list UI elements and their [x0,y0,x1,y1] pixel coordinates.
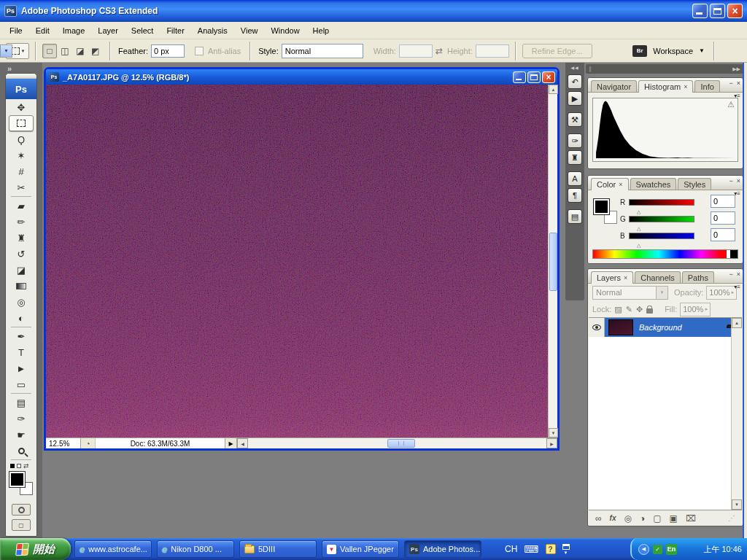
tab-channels[interactable]: Channels [635,271,680,283]
panel-close-button[interactable]: × [737,79,740,87]
panel-minimize-button[interactable]: − [729,79,732,87]
selection-mode-add-button[interactable]: ◫ [58,44,72,58]
foreground-color-swatch[interactable] [9,472,25,487]
menu-edit[interactable]: Edit [29,24,56,37]
taskbar-item-nikon[interactable]: e Nikon D800 ... [157,540,234,558]
history-brush-tool[interactable]: ↺ [6,246,36,262]
swap-dimensions-icon[interactable]: ⇄ [436,46,443,56]
eyedropper-tool[interactable]: ✑ [6,411,36,427]
layer-style-button[interactable]: fx [610,514,616,522]
doc-close-button[interactable]: × [542,71,555,83]
panel-minimize-button[interactable]: − [729,177,732,184]
blur-tool[interactable]: ◎ [6,294,36,310]
default-colors-bg-icon[interactable] [17,464,21,468]
blue-value-input[interactable] [711,228,735,241]
tab-swatches[interactable]: Swatches [630,178,677,190]
lock-position-icon[interactable]: ✥ [636,305,643,314]
resize-grip-icon[interactable]: ⋰ [728,514,735,522]
language-indicator[interactable]: CH [505,544,517,554]
color-spectrum-ramp[interactable] [592,249,738,259]
new-layer-button[interactable]: ▣ [670,513,678,524]
tab-styles[interactable]: Styles [678,178,711,190]
spinner-icon[interactable]: ▸ [732,289,735,295]
feather-input[interactable] [151,44,185,58]
hand-tool[interactable]: ☛ [6,427,36,443]
chevron-down-icon[interactable]: ▾ [656,287,667,299]
blend-mode-select[interactable]: Normal ▾ [592,286,668,300]
menu-analysis[interactable]: Analysis [191,24,234,37]
bridge-icon[interactable]: Br [632,45,647,57]
paragraph-panel-icon[interactable]: ¶ [568,188,582,203]
eraser-tool[interactable]: ◪ [6,262,36,278]
layer-thumbnail[interactable] [608,319,633,335]
tab-layers[interactable]: Layers× [591,271,633,284]
menu-view[interactable]: View [234,24,265,37]
delete-layer-button[interactable]: ⌧ [686,513,696,524]
dock-grip[interactable]: ∥ [589,66,732,72]
tab-color[interactable]: Color× [591,178,629,190]
clone-source-panel-icon[interactable]: ♜ [568,150,582,165]
type-tool[interactable]: T [6,344,36,360]
scroll-down-button[interactable]: ▼ [549,428,558,438]
menu-file[interactable]: File [3,24,29,37]
help-icon[interactable]: ? [546,544,556,554]
character-panel-icon[interactable]: A [568,171,582,186]
scroll-down-button[interactable]: ▼ [732,499,742,510]
lock-pixels-icon[interactable]: ✎ [626,305,632,314]
zoom-level-field[interactable]: 12.5% [46,438,81,448]
blue-slider[interactable]: △ [629,233,694,239]
panel-dock-collapse[interactable]: ▶▶ [732,66,740,72]
lock-all-icon[interactable] [646,308,653,314]
document-size-info[interactable]: Doc: 63.3M/63.3M [96,438,225,448]
lasso-tool[interactable]: Ϙ [6,131,36,147]
panel-menu-icon[interactable]: ▾≡ [734,93,740,99]
selection-mode-subtract-button[interactable]: ◪ [73,44,88,58]
doc-minimize-button[interactable] [513,71,526,83]
workspace-label[interactable]: Workspace [653,47,693,55]
document-titlebar[interactable]: Ps _A7A0117.JPG @ 12.5% (RGB/8*) × [46,69,557,85]
history-panel-icon[interactable]: ↶ [568,74,582,89]
start-button[interactable]: 開始 [0,538,71,560]
link-layers-button[interactable]: ∞ [595,513,602,524]
tray-status-icon[interactable]: ✓ [653,545,662,554]
spectrum-gradient[interactable] [593,250,727,258]
menu-select[interactable]: Select [125,24,160,37]
red-value-input[interactable] [711,195,735,208]
chevron-down-icon[interactable]: ▼ [699,47,705,54]
taskbar-item-vallen[interactable]: ▼ Vallen JPegger [322,540,399,558]
tab-navigator[interactable]: Navigator [591,80,637,92]
tab-close-icon[interactable]: × [619,181,622,188]
foreground-color-swatch[interactable] [594,199,609,214]
layer-comps-panel-icon[interactable]: ▤ [568,209,582,224]
add-layer-mask-button[interactable]: ◎ [624,513,631,524]
horizontal-scroll-thumb[interactable] [387,439,415,448]
toolbox-collapse-icon[interactable]: » [7,64,11,73]
scroll-up-button[interactable]: ▲ [549,85,558,94]
blue-slider-handle[interactable]: △ [637,243,640,249]
brush-tool[interactable]: ✏ [6,214,36,230]
taskbar-item-photoshop[interactable]: Ps Adobe Photos... [404,540,481,558]
selection-mode-intersect-button[interactable]: ◩ [88,44,103,58]
menu-window[interactable]: Window [264,24,306,37]
close-button[interactable]: × [727,4,743,18]
screen-mode-button[interactable]: ▢ [12,519,31,531]
spectrum-black[interactable] [730,250,738,258]
restore-button[interactable] [710,4,725,18]
slice-tool[interactable]: ✂ [6,179,36,195]
tab-paths[interactable]: Paths [682,271,714,283]
new-group-button[interactable]: ▢ [653,513,661,524]
icon-dock-collapse[interactable]: ◀◀ [565,63,584,72]
spinner-icon[interactable]: ▸ [705,306,708,312]
scroll-right-button[interactable]: ▶ [546,438,557,448]
quick-mask-button[interactable] [12,504,31,516]
tab-close-icon[interactable]: × [624,274,627,281]
minimize-button[interactable] [692,4,708,18]
doc-restore-button[interactable] [527,71,541,83]
tray-language-icon[interactable]: En [666,544,677,555]
tool-presets-panel-icon[interactable]: ⚒ [568,112,582,127]
menu-help[interactable]: Help [306,24,336,37]
image-canvas[interactable] [46,85,548,438]
panel-menu-icon[interactable]: ▾≡ [734,190,740,197]
keyboard-icon[interactable]: ⌨ [524,543,538,555]
horizontal-scrollbar[interactable]: ◀ ▶ [237,438,557,448]
